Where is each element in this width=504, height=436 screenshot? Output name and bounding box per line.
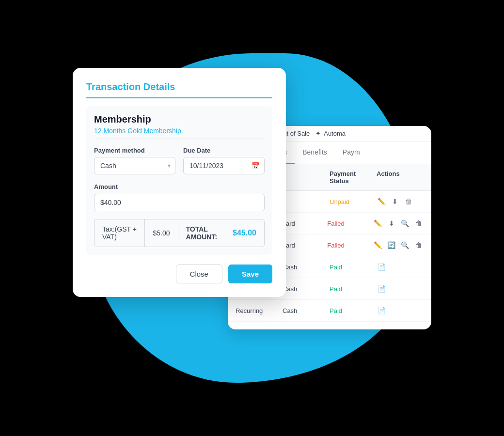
nav-auto[interactable]: ✦ Automa: [315, 130, 346, 137]
payment-method-group: Payment method Cash Card Bank Transfer: [94, 147, 175, 174]
receipt-icon[interactable]: 📄: [377, 284, 386, 294]
tab-benefits[interactable]: Benefits: [295, 141, 335, 164]
total-label: TOTAL AMOUNT:: [178, 219, 225, 247]
row-status: Paid: [330, 285, 377, 293]
due-date-wrapper: 📅: [183, 157, 265, 174]
delete-icon[interactable]: 🗑: [414, 240, 424, 250]
receipt-icon[interactable]: 📄: [377, 262, 386, 272]
row-method: Card: [282, 220, 328, 227]
membership-section: Membership 12 Months Gold Membership Pay…: [86, 106, 272, 255]
row-actions: 📄: [377, 284, 424, 294]
row-actions: 📄: [377, 262, 424, 272]
row-method: Cash: [283, 285, 330, 293]
delete-icon[interactable]: 🗑: [414, 218, 424, 228]
refresh-icon[interactable]: 🔄: [387, 240, 396, 250]
payment-method-select[interactable]: Cash Card Bank Transfer: [94, 157, 175, 174]
edit-icon[interactable]: ✏️: [377, 197, 386, 206]
row-type: Recurring: [236, 307, 283, 314]
row-status: Failed: [327, 242, 373, 249]
table-row: Recurring Cash Paid 📄: [228, 300, 431, 322]
form-row-payment-date: Payment method Cash Card Bank Transfer D…: [94, 147, 265, 174]
total-amount: $45.00: [225, 223, 264, 243]
save-button[interactable]: Save: [228, 265, 272, 283]
due-date-label: Due Date: [183, 147, 265, 154]
tax-total-row: Tax:(GST + VAT) $5.00 TOTAL AMOUNT: $45.…: [94, 219, 265, 247]
edit-icon[interactable]: ✏️: [373, 218, 383, 228]
auto-icon: ✦: [315, 130, 321, 137]
tab-payments[interactable]: Paym: [335, 141, 368, 164]
magnify-icon[interactable]: 🔍: [400, 218, 410, 228]
tax-label: Tax:(GST + VAT): [94, 219, 145, 247]
modal-footer: Close Save: [86, 265, 272, 283]
transaction-details-modal: Transaction Details Membership 12 Months…: [73, 68, 286, 297]
row-method: Cash: [283, 264, 330, 271]
calendar-icon: 📅: [252, 162, 260, 170]
modal-title: Transaction Details: [86, 81, 272, 98]
edit-icon[interactable]: ✏️: [373, 240, 383, 250]
payment-method-label: Payment method: [94, 147, 175, 154]
row-actions: ✏️ 🔄 🔍 🗑: [373, 240, 424, 250]
row-status: Paid: [330, 264, 377, 271]
payment-method-select-wrapper: Cash Card Bank Transfer: [94, 157, 175, 174]
membership-subtitle: 12 Months Gold Membership: [94, 127, 265, 135]
amount-label: Amount: [94, 183, 118, 190]
due-date-group: Due Date 📅: [183, 147, 265, 174]
row-actions: ✏️ ⬇ 🗑: [377, 197, 424, 206]
tax-amount: $5.00: [145, 223, 178, 243]
receipt-icon[interactable]: 📄: [377, 306, 386, 315]
row-status: Unpaid: [330, 198, 377, 205]
col-method: [283, 168, 330, 187]
download-icon[interactable]: ⬇: [390, 197, 400, 206]
download-icon[interactable]: ⬇: [387, 218, 396, 228]
col-actions: Actions: [377, 168, 424, 187]
row-method: Cash: [283, 307, 330, 314]
row-status: Paid: [330, 307, 377, 314]
amount-input[interactable]: [94, 194, 265, 211]
row-status: Failed: [327, 220, 373, 227]
row-method: Card: [282, 242, 328, 249]
col-status: Payment Status: [330, 168, 377, 187]
delete-icon[interactable]: 🗑: [404, 197, 413, 206]
membership-name: Membership: [94, 114, 265, 125]
magnify-icon[interactable]: 🔍: [400, 240, 410, 250]
row-actions: ✏️ ⬇ 🔍 🗑: [373, 218, 424, 228]
amount-group: Amount: [94, 182, 265, 211]
close-button[interactable]: Close: [176, 265, 222, 283]
row-actions: 📄: [377, 306, 424, 315]
